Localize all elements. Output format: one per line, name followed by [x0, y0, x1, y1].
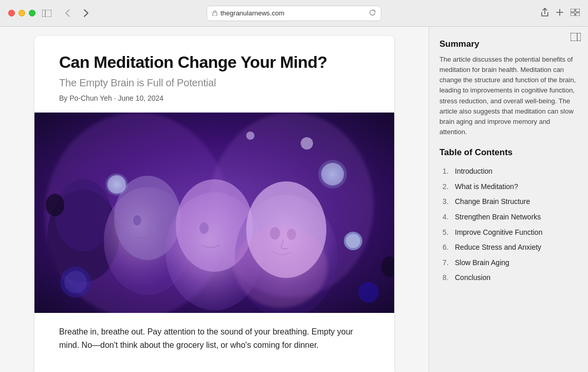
browser-content: Can Meditation Change Your Mind? The Emp… — [0, 27, 588, 372]
svg-rect-6 — [576, 9, 580, 12]
article-pane: Can Meditation Change Your Mind? The Emp… — [0, 27, 429, 372]
svg-point-30 — [346, 234, 360, 248]
svg-point-33 — [358, 282, 379, 303]
toc-item-number: 5. — [443, 228, 452, 238]
svg-point-28 — [321, 163, 344, 185]
back-button[interactable] — [60, 7, 75, 20]
toc-item-label: Strengthen Brain Networks — [455, 212, 541, 222]
article-title: Can Meditation Change Your Mind? — [59, 52, 370, 72]
toc-item-number: 6. — [443, 243, 452, 253]
svg-point-26 — [107, 175, 126, 194]
sidebar-toggle-icon[interactable] — [40, 7, 54, 20]
article-card: Can Meditation Change Your Mind? The Emp… — [34, 36, 394, 372]
toc-list: 1.Introduction2.What is Meditation?3.Cha… — [439, 164, 578, 286]
minimize-button[interactable] — [19, 10, 25, 16]
svg-point-16 — [133, 215, 141, 226]
article-body-text: Breathe in, breathe out. Pay attention t… — [59, 325, 370, 351]
svg-point-13 — [55, 179, 112, 251]
toc-item[interactable]: 3.Change Brain Structure — [439, 194, 578, 210]
svg-point-34 — [301, 137, 313, 150]
close-button[interactable] — [8, 10, 15, 16]
summary-heading: Summary — [439, 39, 578, 49]
titlebar: thegranularnews.com — [0, 0, 588, 27]
address-bar[interactable]: thegranularnews.com — [207, 6, 381, 21]
svg-point-36 — [46, 194, 64, 216]
svg-rect-2 — [213, 12, 217, 16]
sidebar-pane: Summary The article discusses the potent… — [429, 27, 588, 372]
article-body: Breathe in, breathe out. Pay attention t… — [34, 313, 394, 364]
toc-item-label: Introduction — [455, 166, 492, 177]
toc-item[interactable]: 2.What is Meditation? — [439, 179, 578, 195]
sidebar-toggle-right-icon[interactable] — [571, 33, 581, 44]
lock-icon — [212, 10, 217, 17]
nav-buttons — [60, 7, 93, 20]
toc-item-number: 4. — [443, 212, 452, 222]
svg-rect-7 — [571, 13, 575, 16]
toc-item-label: What is Meditation? — [455, 182, 518, 192]
reload-button[interactable] — [369, 9, 376, 17]
article-hero-image — [34, 113, 394, 313]
svg-rect-0 — [42, 10, 51, 17]
article-subtitle: The Empty Brain is Full of Potential — [59, 77, 370, 89]
article-byline: By Po-Chun Yeh · June 10, 2024 — [59, 94, 370, 102]
new-tab-icon[interactable] — [556, 9, 563, 18]
toc-item[interactable]: 4.Strengthen Brain Networks — [439, 210, 578, 225]
summary-text: The article discusses the potential bene… — [439, 54, 578, 137]
svg-point-19 — [199, 222, 209, 234]
toc-item[interactable]: 1.Introduction — [439, 164, 578, 179]
svg-point-35 — [246, 132, 254, 140]
svg-rect-8 — [576, 13, 580, 16]
toc-item-number: 3. — [443, 197, 452, 207]
toc-item[interactable]: 5.Improve Cognitive Function — [439, 225, 578, 240]
toc-item-label: Change Brain Structure — [455, 197, 530, 207]
toc-heading: Table of Contents — [439, 147, 578, 158]
toc-item[interactable]: 8.Conclusion — [439, 270, 578, 286]
toc-item-number: 8. — [443, 273, 452, 283]
toc-item-label: Slow Brain Aging — [455, 258, 509, 268]
toc-item-label: Conclusion — [455, 273, 490, 283]
share-icon[interactable] — [541, 8, 549, 19]
toc-item-number: 7. — [443, 258, 452, 268]
maximize-button[interactable] — [29, 10, 35, 16]
toc-item-label: Reduce Stress and Anxiety — [455, 243, 541, 253]
toc-item[interactable]: 6.Reduce Stress and Anxiety — [439, 240, 578, 255]
tabs-icon[interactable] — [571, 9, 580, 18]
url-text: thegranularnews.com — [220, 9, 284, 17]
forward-button[interactable] — [79, 7, 93, 20]
toc-item-label: Improve Cognitive Function — [455, 228, 542, 238]
toc-item-number: 1. — [443, 166, 452, 177]
svg-point-32 — [64, 271, 87, 293]
toc-item-number: 2. — [443, 182, 452, 192]
svg-point-24 — [235, 226, 327, 308]
svg-rect-5 — [571, 9, 575, 12]
titlebar-right-actions — [541, 8, 580, 19]
article-header: Can Meditation Change Your Mind? The Emp… — [34, 36, 394, 113]
traffic-lights — [8, 10, 35, 16]
svg-rect-38 — [571, 33, 581, 41]
toc-item[interactable]: 7.Slow Brain Aging — [439, 255, 578, 271]
